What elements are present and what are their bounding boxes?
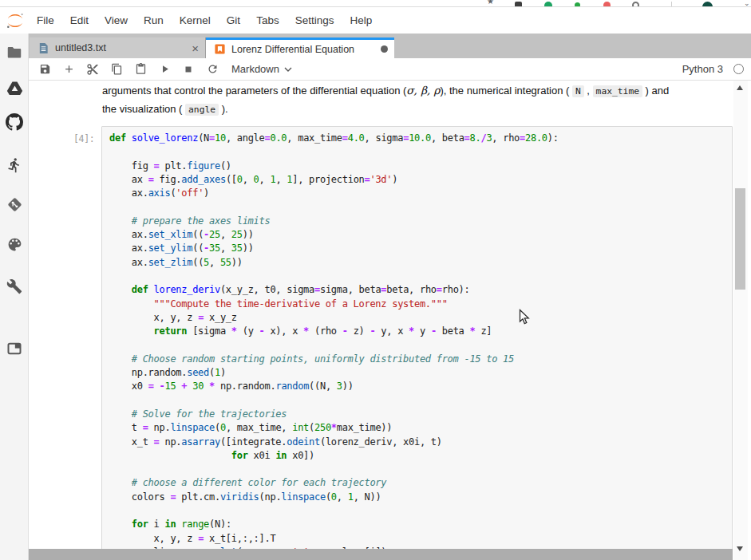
math-symbols: σ, β, ρ: [406, 84, 440, 97]
vertical-scrollbar[interactable]: [733, 81, 748, 560]
code-line: colors = plt.cm.viridis(np.linspace(0, 1…: [109, 491, 732, 504]
inline-code: max_time: [593, 85, 642, 97]
github-icon[interactable]: [0, 113, 29, 131]
menu-bar: FileEditViewRunKernelGitTabsSettingsHelp: [0, 8, 751, 34]
cell-type-dropdown[interactable]: Markdown: [231, 63, 292, 75]
tab-lorenz-differential-equation[interactable]: Lorenz Differential Equation: [206, 37, 394, 58]
tab-title: Lorenz Differential Equation: [231, 44, 376, 55]
menu-item-file[interactable]: File: [29, 8, 62, 33]
code-line: """Compute the time-derivative of a Lore…: [109, 298, 732, 311]
menu-item-git[interactable]: Git: [219, 8, 248, 33]
menu-item-settings[interactable]: Settings: [287, 8, 342, 33]
bottom-strip: [29, 549, 733, 560]
menu-item-view[interactable]: View: [97, 8, 136, 33]
file-icon: [38, 42, 49, 54]
markdown-text-line: the visualization ( angle ).: [102, 101, 669, 119]
dirty-indicator-icon: [381, 45, 388, 53]
add-icon: [63, 63, 75, 75]
code-line: np.random.seed(1): [109, 366, 732, 380]
git-icon[interactable]: [0, 196, 29, 213]
save-button[interactable]: [38, 63, 51, 76]
notebook-toolbar: Markdown Python 3: [29, 58, 751, 81]
code-line: ax.set_ylim((-35, 35)): [109, 242, 732, 255]
code-line: x0 = -15 + 30 * np.random.random((N, 3)): [109, 380, 732, 393]
run-button[interactable]: [158, 63, 171, 76]
activity-sidebar: [0, 34, 29, 560]
tab-bar: untitled3.txt×Lorenz Differential Equati…: [29, 34, 751, 58]
code-line: def lorenz_deriv(x_y_z, t0, sigma=sigma,…: [109, 283, 732, 297]
browser-menu-icon[interactable]: ⌄: [744, 0, 750, 6]
scroll-up-icon[interactable]: [737, 85, 743, 90]
notebook-icon: [214, 43, 226, 55]
profile-ring-icon[interactable]: [632, 2, 639, 7]
menu-items: FileEditViewRunKernelGitTabsSettingsHelp: [29, 8, 380, 34]
restart-icon: [207, 63, 219, 75]
extension-badge-icon[interactable]: [575, 2, 580, 7]
cell-prompt: [4]:: [73, 133, 95, 144]
commands-palette-icon[interactable]: [0, 236, 29, 253]
code-line: ax.set_zlim((5, 55)): [109, 256, 732, 270]
markdown-cell[interactable]: arguments that control the parameters of…: [102, 82, 669, 118]
menu-item-run[interactable]: Run: [136, 8, 172, 33]
code-line: ax.set_xlim((-25, 25)): [109, 228, 732, 242]
cell-type-label: Markdown: [231, 63, 279, 75]
code-line: fig = plt.figure(): [109, 160, 732, 173]
interrupt-kernel-button[interactable]: [182, 63, 195, 76]
tab-untitled3-txt[interactable]: untitled3.txt×: [30, 37, 206, 58]
property-inspector-icon[interactable]: [0, 278, 29, 294]
scrollbar-thumb[interactable]: [735, 188, 745, 290]
stop-icon: [183, 64, 194, 75]
code-line: ax = fig.add_axes([0, 0, 1, 1], projecti…: [109, 173, 732, 187]
code-line: def solve_lorenz(N=10, angle=0.0, max_ti…: [109, 132, 732, 145]
code-line: [109, 338, 732, 352]
code-line: # choose a different color for each traj…: [109, 476, 732, 490]
main-panel: untitled3.txt×Lorenz Differential Equati…: [29, 34, 751, 560]
code-line: for x0i in x0]): [109, 449, 732, 463]
menu-item-help[interactable]: Help: [342, 8, 380, 33]
run-icon: [159, 63, 171, 75]
cut-cells-button[interactable]: [86, 63, 99, 76]
bookmark-star-icon[interactable]: ★: [487, 0, 495, 6]
code-line: x_t = np.asarray([integrate.odeint(loren…: [109, 436, 732, 449]
code-cell-editor[interactable]: def solve_lorenz(N=10, angle=0.0, max_ti…: [101, 126, 733, 560]
code-line: # prepare the axes limits: [109, 215, 732, 228]
code-line: ax.axis('off'): [109, 187, 732, 200]
kernel-name[interactable]: Python 3: [682, 63, 723, 75]
jupyter-logo-icon: [6, 11, 25, 30]
code-line: # Solve for the trajectories: [109, 408, 732, 421]
mouse-cursor: [519, 309, 530, 325]
menu-item-kernel[interactable]: Kernel: [172, 8, 219, 33]
extension-green-icon[interactable]: [544, 2, 552, 7]
code-line: [109, 270, 732, 283]
code-line: [109, 200, 732, 214]
menu-item-edit[interactable]: Edit: [62, 8, 97, 33]
notebook-content: arguments that control the parameters of…: [29, 81, 751, 560]
open-tabs-icon[interactable]: [0, 341, 29, 357]
file-browser-icon[interactable]: [0, 44, 29, 61]
google-drive-icon[interactable]: [0, 80, 29, 97]
cut-icon: [86, 63, 99, 76]
insert-cell-button[interactable]: [62, 63, 75, 76]
code-line: [109, 504, 732, 518]
inline-code: N: [572, 85, 584, 97]
copy-cells-button[interactable]: [110, 63, 123, 76]
code-line: [109, 394, 732, 408]
paste-icon: [135, 63, 147, 75]
restart-kernel-button[interactable]: [206, 63, 219, 76]
extension-red-icon[interactable]: [603, 2, 611, 7]
avatar-icon[interactable]: [702, 2, 713, 7]
menu-item-tabs[interactable]: Tabs: [248, 8, 287, 33]
kernel-status-icon[interactable]: [733, 64, 744, 74]
code-line: return [sigma * (y - x), x * (rho - z) -…: [109, 325, 732, 338]
code-line: x, y, z = x_y_z: [109, 311, 732, 325]
extension-dark-icon[interactable]: [515, 2, 522, 7]
chevron-down-icon: [284, 67, 292, 72]
scroll-down-icon[interactable]: [737, 546, 743, 551]
paste-cells-button[interactable]: [134, 63, 147, 76]
tab-title: untitled3.txt: [55, 42, 187, 53]
close-icon[interactable]: ×: [192, 42, 199, 54]
save-icon: [39, 63, 51, 75]
divider: [671, 2, 672, 7]
running-sessions-icon[interactable]: [0, 157, 29, 173]
code-line: t = np.linspace(0, max_time, int(250*max…: [109, 421, 732, 435]
